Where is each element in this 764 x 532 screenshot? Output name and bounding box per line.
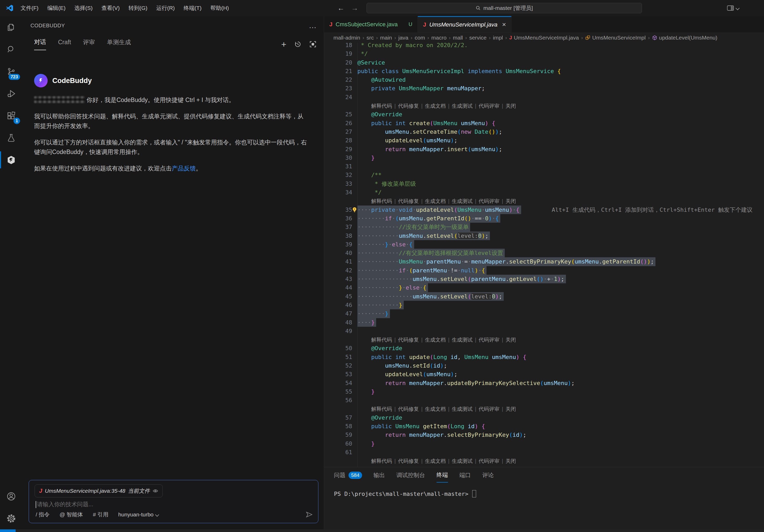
code-line[interactable]: 27 umsMenu.setCreateTime(new Date()); (324, 127, 764, 136)
chat-input-placeholder[interactable]: 请输入你的技术问题... (37, 500, 93, 508)
line-number[interactable]: 19 (324, 50, 357, 58)
code-line[interactable]: 38············umsMenu.setLevel(level:0); (324, 231, 764, 240)
code-line[interactable]: 31 (324, 162, 764, 171)
sidebar-item-testing[interactable] (0, 127, 22, 149)
code-line[interactable]: 51 public int update(Long id, UmsMenu um… (324, 353, 764, 361)
line-number[interactable]: 36 (324, 214, 357, 223)
codelens-action[interactable]: 代码评审 (479, 101, 499, 111)
code-line[interactable]: 53 updateLevel(umsMenu); (324, 370, 764, 378)
codelens-action[interactable]: 生成测试 (452, 456, 473, 466)
code-line[interactable]: 45················umsMenu.setLevel(level… (324, 292, 764, 301)
line-number[interactable]: 49 (324, 327, 357, 335)
codelens-action[interactable]: 关闭 (505, 197, 516, 206)
codelens-action[interactable]: 代码修复 (398, 197, 419, 206)
line-number[interactable]: 22 (324, 75, 357, 84)
line-number[interactable]: 46 (324, 301, 357, 309)
settings-button[interactable] (0, 507, 22, 529)
feedback-link[interactable]: 产品反馈 (172, 165, 196, 172)
line-number[interactable]: 54 (324, 379, 357, 387)
code-line[interactable]: 42············if·(parentMenu·!=·null)·{ (324, 266, 764, 275)
code-line[interactable]: 54 return menuMapper.updateByPrimaryKeyS… (324, 379, 764, 387)
line-number[interactable]: 23 (324, 84, 357, 93)
reference-command-button[interactable]: # 引用 (93, 511, 108, 518)
code-line[interactable]: 29 return menuMapper.insert(umsMenu); (324, 145, 764, 154)
model-selector[interactable]: hunyuan-turbo (118, 511, 158, 518)
code-line[interactable]: 34 */ (324, 188, 764, 197)
agent-command-button[interactable]: @ 智能体 (60, 511, 83, 518)
tab-评审[interactable]: 评审 (83, 38, 95, 50)
sidebar-item-run-debug[interactable] (0, 82, 22, 105)
codelens-action[interactable]: 代码修复 (398, 456, 419, 466)
code-line[interactable]: 49 (324, 327, 764, 335)
line-number[interactable]: 44 (324, 283, 357, 292)
codelens-action[interactable]: 生成测试 (452, 101, 473, 111)
code-line[interactable]: 22 @Autowired (324, 75, 764, 84)
line-number[interactable]: 51 (324, 353, 357, 361)
line-number[interactable]: 58 (324, 422, 357, 431)
codelens-action[interactable]: 代码评审 (479, 335, 499, 344)
panel-tab-调试控制台[interactable]: 调试控制台 (396, 468, 425, 482)
code-line[interactable]: 30 } (324, 154, 764, 162)
codelens-action[interactable]: 关闭 (505, 335, 516, 344)
panel-tab-评论[interactable]: 评论 (482, 468, 494, 482)
code-line[interactable]: 52 umsMenu.setId(id); (324, 361, 764, 370)
line-number[interactable]: 45 (324, 292, 357, 301)
context-file-chip[interactable]: J UmsMenuServiceImpl.java:35-48 当前文件 (35, 484, 163, 497)
send-button[interactable] (305, 511, 313, 518)
codelens-action[interactable]: 代码修复 (398, 404, 419, 414)
code-line[interactable]: 36········if·(umsMenu.getParentId()·==·0… (324, 214, 764, 223)
code-line[interactable]: 55 } (324, 387, 764, 396)
eye-icon[interactable] (152, 488, 158, 493)
codelens-action[interactable]: 解释代码 (371, 101, 392, 111)
line-number[interactable]: 25 (324, 110, 357, 119)
codelens-action[interactable]: 生成文档 (425, 404, 446, 414)
code-line[interactable]: 43················umsMenu.setLevel(paren… (324, 275, 764, 283)
line-number[interactable]: 32 (324, 171, 357, 179)
code-line[interactable]: 50 @Override (324, 344, 764, 352)
line-number[interactable]: 52 (324, 361, 357, 370)
code-line[interactable]: 58 public UmsMenu getItem(Long id) { (324, 422, 764, 431)
sidebar-item-codebuddy[interactable] (0, 149, 22, 171)
lightbulb-icon[interactable] (351, 206, 358, 213)
line-number[interactable]: 50 (324, 344, 357, 352)
line-number[interactable]: 43 (324, 275, 357, 283)
line-number[interactable]: 21 (324, 67, 357, 75)
menu-item[interactable]: 运行(R) (152, 3, 179, 13)
code-line[interactable]: 44············}·else·{ (324, 283, 764, 292)
history-icon[interactable] (294, 41, 301, 48)
codelens-action[interactable]: 关闭 (505, 101, 516, 111)
vscode-logo-icon[interactable] (6, 4, 14, 12)
more-actions-icon[interactable]: … (309, 24, 316, 27)
codelens-action[interactable]: 代码修复 (398, 101, 419, 111)
sidebar-item-search[interactable] (0, 38, 22, 61)
code-editor[interactable]: 18 * Created by macro on 2020/2/2.19 */2… (324, 43, 764, 467)
code-line[interactable]: 24 (324, 93, 764, 101)
line-number[interactable]: 30 (324, 154, 357, 162)
codelens-action[interactable]: 代码评审 (479, 404, 499, 414)
code-line[interactable]: 40············//有父菜单时选择根据父菜单level设置 (324, 249, 764, 257)
code-line[interactable]: 32 /** (324, 171, 764, 179)
sidebar-item-extensions[interactable]: 1 (0, 105, 22, 127)
line-number[interactable]: 33 (324, 180, 357, 188)
code-line[interactable]: 19 */ (324, 50, 764, 58)
code-line[interactable]: 59 return menuMapper.selectByPrimaryKey(… (324, 431, 764, 439)
menu-item[interactable]: 文件(F) (16, 3, 43, 13)
sidebar-item-source-control[interactable]: 723 (0, 61, 22, 82)
line-number[interactable]: 39 (324, 240, 357, 249)
breadcrumb-item[interactable]: mall-admin (333, 35, 360, 41)
remote-indicator[interactable] (0, 529, 16, 532)
editor-tab[interactable]: JUmsMenuServiceImpl.java× (418, 16, 511, 33)
line-number[interactable]: 56 (324, 396, 357, 405)
codelens-action[interactable]: 代码评审 (479, 197, 499, 206)
code-line[interactable]: 60 } (324, 439, 764, 448)
close-icon[interactable]: × (502, 21, 506, 29)
line-number[interactable]: 40 (324, 249, 357, 257)
menu-item[interactable]: 选择(S) (70, 3, 97, 13)
line-number[interactable]: 61 (324, 448, 357, 457)
breadcrumb-item[interactable]: ›main (374, 35, 392, 41)
layout-icon[interactable] (727, 5, 734, 11)
slash-command-button[interactable]: / 指令 (36, 511, 50, 518)
code-line[interactable]: 46············} (324, 301, 764, 309)
line-number[interactable]: 53 (324, 370, 357, 378)
code-line[interactable]: 20@Service (324, 58, 764, 67)
